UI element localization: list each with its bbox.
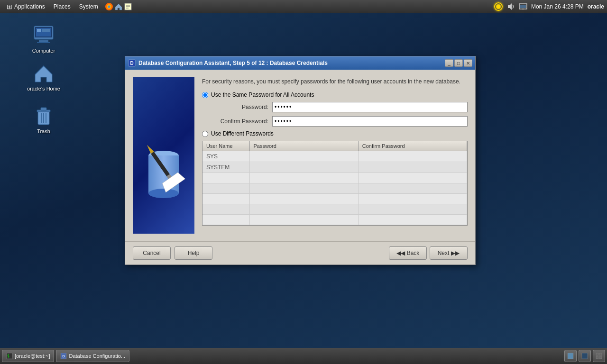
table-row-system: SYSTEM (202, 162, 467, 173)
oracle-home-icon-image (32, 61, 55, 84)
table-row-empty-2 (202, 183, 467, 194)
svg-rect-41 (599, 356, 602, 359)
desktop-switch-1[interactable] (564, 350, 577, 362)
home-icon[interactable] (114, 2, 123, 11)
svg-text:D: D (63, 355, 65, 358)
table-row-sys: SYS (202, 151, 467, 162)
cell-sys-password[interactable] (249, 151, 358, 162)
back-button-label: Back (407, 250, 420, 256)
oracle-home-icon-label: oracle's Home (27, 86, 60, 91)
display-icon[interactable] (519, 2, 527, 11)
taskbar-dbconfig-label: Database Configuratio... (69, 353, 125, 359)
desktop-icon-oracle-home[interactable]: oracle's Home (25, 59, 63, 93)
dialog-right-panel: For security reasons, you must specify p… (202, 77, 468, 234)
applications-label: Applications (14, 3, 45, 10)
dialog-window: D Database Configuration Assistant, Step… (125, 56, 476, 265)
dialog-content: For security reasons, you must specify p… (133, 77, 468, 234)
footer-right-buttons: ◀◀ Back Next ▶▶ (389, 246, 468, 260)
computer-icon-label: Computer (32, 48, 55, 54)
svg-rect-39 (599, 353, 602, 355)
dialog-body: For security reasons, you must specify p… (125, 70, 475, 241)
password-field-row: Password: (212, 102, 468, 112)
close-button[interactable]: ✕ (464, 59, 472, 67)
minimize-button[interactable]: _ (445, 59, 453, 67)
svg-rect-26 (148, 155, 179, 193)
trash-icon-label: Trash (37, 128, 50, 134)
taskbar-terminal-label: [oracle@test:~] (15, 353, 50, 359)
cell-system-password[interactable] (249, 162, 358, 173)
cell-sys-confirm[interactable] (358, 151, 467, 162)
radio-same-input[interactable] (202, 92, 208, 98)
back-button[interactable]: ◀◀ Back (389, 246, 427, 260)
taskbar-top: ⊞ Applications Places System Mon Jan 26 … (0, 0, 607, 13)
table-row-empty-5 (202, 215, 467, 225)
svg-point-27 (148, 189, 179, 198)
footer-left-buttons: Cancel Help (133, 246, 212, 260)
desktop-icon-computer[interactable]: Computer (25, 21, 63, 55)
next-button-label: Next (438, 250, 450, 256)
desktop-switch-2[interactable] (579, 350, 591, 362)
confirm-password-input[interactable] (272, 116, 468, 127)
svg-rect-8 (520, 5, 526, 8)
radio-different-input[interactable] (202, 131, 208, 137)
sun-icon (494, 2, 503, 11)
password-input[interactable] (272, 102, 468, 112)
cell-system-username: SYSTEM (202, 162, 249, 173)
dialog-footer: Cancel Help ◀◀ Back Next ▶▶ (125, 241, 475, 264)
radio-same-password[interactable]: Use the Same Password for All Accounts (202, 91, 468, 98)
radio-different-label: Use Different Passwords (211, 130, 274, 137)
svg-rect-16 (42, 29, 50, 32)
table-row-empty-1 (202, 173, 467, 183)
applications-icon: ⊞ (7, 3, 12, 10)
svg-rect-40 (596, 356, 598, 359)
svg-rect-15 (37, 29, 41, 32)
menu-applications[interactable]: ⊞ Applications (3, 2, 49, 11)
cell-sys-username: SYS (202, 151, 249, 162)
menu-system[interactable]: System (75, 2, 102, 11)
svg-text:D: D (130, 61, 133, 66)
desktop-switch-3[interactable] (593, 350, 605, 362)
desktop-icon-trash[interactable]: Trash (25, 102, 63, 136)
menu-places[interactable]: Places (50, 2, 74, 11)
radio-different-password[interactable]: Use Different Passwords (202, 130, 468, 137)
credentials-table: User Name Password Confirm Password SYS (202, 141, 468, 226)
svg-rect-12 (39, 40, 48, 42)
svg-rect-19 (41, 108, 46, 110)
taskbar-dbconfig[interactable]: D Database Configuratio... (56, 350, 129, 362)
back-arrow-icon: ◀◀ (396, 250, 405, 256)
firefox-icon[interactable] (105, 2, 113, 11)
cancel-button[interactable]: Cancel (133, 246, 171, 260)
col-password: Password (249, 141, 358, 151)
taskbar-right: Mon Jan 26 4:28 PM oracle (494, 2, 604, 11)
terminal-icon: $ (6, 353, 13, 359)
dialog-title-icon: D (128, 59, 136, 67)
dialog-description: For security reasons, you must specify p… (202, 77, 468, 86)
confirm-password-field-row: Confirm Password: (212, 116, 468, 127)
taskbar-bottom: $ [oracle@test:~] D Database Configurati… (0, 348, 607, 364)
system-label: System (79, 3, 98, 10)
taskbar-left-menu: ⊞ Applications Places System (3, 2, 132, 11)
svg-text:$: $ (7, 354, 9, 358)
table-row-empty-4 (202, 204, 467, 215)
confirm-password-label: Confirm Password: (212, 118, 268, 125)
cell-system-confirm[interactable] (358, 162, 467, 173)
dialog-image-panel (133, 77, 194, 234)
dbconfig-icon: D (60, 353, 67, 359)
help-button[interactable]: Help (175, 246, 212, 260)
next-arrow-icon: ▶▶ (451, 250, 460, 256)
svg-marker-29 (146, 144, 154, 154)
svg-rect-36 (568, 353, 573, 359)
maximize-button[interactable]: □ (454, 59, 463, 67)
taskbar-terminal[interactable]: $ [oracle@test:~] (2, 350, 54, 362)
volume-icon[interactable] (506, 2, 515, 11)
datetime-display: Mon Jan 26 4:28 PM (531, 3, 584, 10)
trash-icon-image (32, 104, 55, 127)
svg-point-2 (108, 6, 110, 8)
svg-rect-38 (596, 353, 598, 355)
svg-rect-37 (582, 353, 588, 359)
places-label: Places (54, 3, 71, 10)
dialog-titlebar: D Database Configuration Assistant, Step… (125, 56, 475, 70)
taskbar-bottom-right (564, 350, 605, 362)
next-button[interactable]: Next ▶▶ (430, 246, 468, 260)
notepad-icon[interactable] (124, 2, 132, 11)
